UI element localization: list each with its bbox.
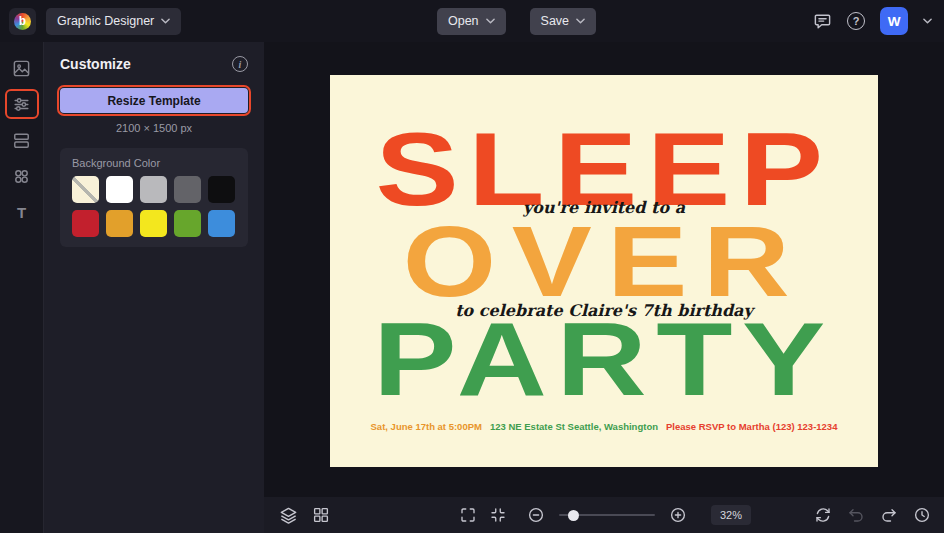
script-invited[interactable]: you're invited to a [330,198,878,217]
invite-address: 123 NE Estate St Seattle, Washington [490,421,658,432]
swatch-row [72,176,236,203]
zoom-slider-handle[interactable] [568,510,579,521]
tool-rail: T [0,42,44,533]
undo-icon [847,506,865,524]
chevron-down-icon [576,18,585,24]
headline-party[interactable]: PARTY [330,307,878,411]
zoom-out-button[interactable] [527,506,545,524]
color-swatch[interactable] [174,176,201,203]
sync-icon [814,506,832,524]
app-menu-button[interactable]: Graphic Designer [46,8,181,35]
refresh-canvas-button[interactable] [814,506,832,524]
text-icon: T [17,204,26,221]
open-label: Open [448,14,479,28]
sidebar-item-customize[interactable] [5,89,39,119]
invite-rsvp: Please RSVP to Martha (123) 123-1234 [666,421,837,432]
help-button[interactable]: ? [847,12,865,30]
script-celebrate[interactable]: to celebrate Claire's 7th birthday [330,301,878,320]
avatar[interactable]: W [880,7,908,35]
open-button[interactable]: Open [437,8,506,35]
shrink-screen-button[interactable] [489,506,507,524]
comment-icon [813,12,832,31]
customize-panel: Customize i Resize Template 2100 × 1500 … [44,42,264,533]
sidebar-item-images[interactable] [5,53,39,83]
color-swatch[interactable] [106,210,133,237]
color-swatch[interactable] [208,210,235,237]
zoom-slider[interactable] [559,514,655,516]
chevron-down-icon [161,18,170,24]
design-artboard[interactable]: SLEEP you're invited to a OVER to celebr… [330,75,878,467]
app-logo[interactable]: b [9,8,36,35]
fit-screen-icon [459,506,477,524]
redo-icon [880,506,898,524]
color-swatch[interactable] [72,176,99,203]
feedback-button[interactable] [813,12,832,31]
template-dimensions: 2100 × 1500 px [60,122,248,134]
sidebar-item-elements[interactable] [5,161,39,191]
zoom-in-button[interactable] [669,506,687,524]
fit-screen-button[interactable] [459,506,477,524]
headline-over[interactable]: OVER [330,211,878,311]
invite-datetime: Sat, June 17th at 5:00PM [371,421,482,432]
info-icon[interactable]: i [232,56,248,72]
adjustments-icon [12,95,31,114]
sidebar-item-text[interactable]: T [5,197,39,227]
app-menu-label: Graphic Designer [57,14,154,28]
layers-button[interactable] [279,506,298,525]
sidebar-item-templates[interactable] [5,125,39,155]
background-color-label: Background Color [72,157,236,169]
history-icon [913,506,931,524]
zoom-out-icon [527,506,545,524]
panel-title: Customize [60,56,131,72]
grid-view-button[interactable] [312,506,330,524]
zoom-level[interactable]: 32% [711,505,751,525]
swatch-row [72,210,236,237]
shrink-screen-icon [489,506,507,524]
zoom-in-icon [669,506,687,524]
layers-icon [279,506,298,525]
resize-template-button[interactable]: Resize Template [60,88,248,113]
color-swatch[interactable] [208,176,235,203]
save-button[interactable]: Save [530,8,597,35]
color-swatch[interactable] [106,176,133,203]
canvas-toolbar: 32% [264,497,944,533]
redo-button[interactable] [880,506,898,524]
history-button[interactable] [913,506,931,524]
chevron-down-icon[interactable] [923,18,932,24]
save-label: Save [541,14,570,28]
color-swatch[interactable] [174,210,201,237]
chevron-down-icon [486,18,495,24]
image-icon [12,59,31,78]
color-swatch[interactable] [72,210,99,237]
elements-icon [12,167,31,186]
invite-details[interactable]: Sat, June 17th at 5:00PM123 NE Estate St… [330,421,878,432]
color-swatch[interactable] [140,176,167,203]
help-icon: ? [847,12,865,30]
logo-icon: b [14,13,31,30]
canvas-area: SLEEP you're invited to a OVER to celebr… [264,42,944,533]
grid-icon [312,506,330,524]
undo-button[interactable] [847,506,865,524]
templates-icon [12,131,31,150]
background-color-card: Background Color [60,148,248,247]
topbar: b Graphic Designer Open Save ? W [0,0,944,42]
color-swatch[interactable] [140,210,167,237]
